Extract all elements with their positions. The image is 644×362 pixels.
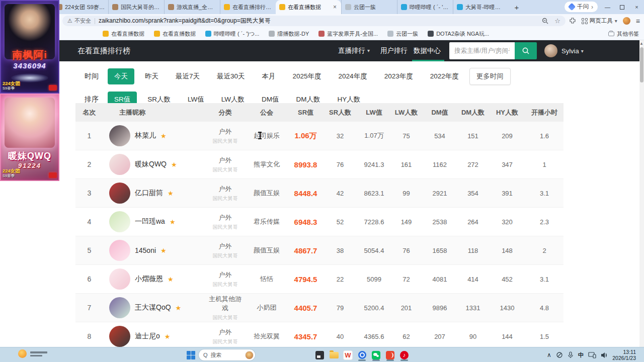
favorite-star-icon[interactable]: ★ [160,247,167,254]
time-filter-option[interactable]: 2022年度 [424,68,465,84]
nav-item-data-center[interactable]: 数据中心 [414,40,441,61]
taskbar-app-orange[interactable] [384,348,396,361]
time-filter-option[interactable]: 2023年度 [378,68,420,84]
favorite-star-icon[interactable]: ★ [176,304,182,312]
column-header[interactable]: 分类 [206,108,244,117]
zoom-search-icon[interactable] [542,18,548,24]
nav-item-user-ranking[interactable]: 用户排行 [380,40,408,61]
taskbar-search[interactable]: Q 搜索 [199,349,255,360]
table-row[interactable]: 2 暖妹QWQ ★ 户外 国民大舅哥 熊掌文化 8993.8 76 9241.3… [75,150,564,179]
site-title[interactable]: 在看直播排行榜 [77,40,130,61]
browser-tab[interactable]: 国民大舅哥的鱼吧-S... × [108,0,164,14]
streamer-name[interactable]: 暖妹QWQ [135,160,167,169]
bookmark-item[interactable]: 在看直播数据 [103,30,144,38]
tray-cast-icon[interactable] [588,352,596,358]
browser-tab[interactable]: 云团一簇 × [341,0,397,14]
table-row[interactable]: 7 王大谋QoQ ★ 主机其他游戏 国民大舅哥 小奶团 4405.7 79 52… [75,294,564,322]
streamer-name[interactable]: 迪士尼o [135,332,160,341]
bookmark-item[interactable]: 在看直播数据 [154,30,196,38]
column-header[interactable]: LW值 [358,108,390,117]
bookmark-item[interactable]: 哔哩哔哩 ( ´- ')つ... [205,30,259,38]
taskbar-app-notepad[interactable] [314,348,326,361]
bookmark-item[interactable]: 擂播数据-DY [269,30,309,38]
taskbar-app-netease[interactable]: ♪ [398,348,410,361]
scroll-up-icon[interactable]: ▲ [639,41,643,46]
streamer-name[interactable]: 小熠薇恩 [135,275,163,284]
tray-microphone-icon[interactable] [568,351,574,358]
streamer-cell[interactable]: 小熠薇恩 ★ [103,268,206,290]
browser-tab[interactable]: 在看直播排行榜 - 实... × [220,0,276,14]
streamer-cell[interactable]: 暖妹QWQ ★ [103,154,206,175]
browser-menu-icon[interactable]: ≡ [636,17,640,25]
browser-tab[interactable]: 哔哩哔哩 ( ´- ')つロ × [397,0,453,14]
window-maximize-button[interactable] [615,0,629,14]
column-header[interactable]: DM值 [423,108,457,117]
tray-dnd-icon[interactable] [556,351,563,358]
promo-card-top[interactable]: 南枫阿i 3436094 224女团 S9赛季 [0,0,59,94]
streamer-avatar[interactable] [109,154,130,175]
time-filter-option[interactable]: 2024年度 [332,68,374,84]
streamer-avatar[interactable] [109,211,130,232]
time-filter-option[interactable]: 昨天 [138,68,165,84]
browser-tab[interactable]: 在看直播数据 × [276,0,341,14]
start-button[interactable] [187,351,195,359]
table-row[interactable]: 4 一凹瑶wa ★ 户外 国民大舅哥 君乐传媒 6948.3 52 7228.6… [75,208,564,236]
streamer-cell[interactable]: 一凹瑶wa ★ [103,211,206,232]
column-header[interactable]: SR人数 [322,108,358,117]
time-filter-option[interactable]: 最近7天 [169,68,206,84]
tab-close-icon[interactable]: × [332,4,338,11]
streamer-avatar[interactable] [109,125,130,146]
taskbar-clock[interactable]: 13:11 2026/1/23 [612,349,636,361]
favorite-star-icon[interactable]: ★ [165,333,171,340]
taskbar-app-browser[interactable] [356,348,368,361]
streamer-avatar[interactable] [109,297,130,318]
new-tab-button[interactable]: + [511,1,523,13]
streamer-name[interactable]: 亿口甜筒 [135,189,163,198]
web-tools-menu[interactable]: 网页工具 ▾ [582,17,617,25]
other-bookmarks-button[interactable]: 其他书签 [608,28,639,40]
time-filter-option[interactable]: 最近30天 [210,68,252,84]
column-header[interactable]: HY人数 [489,108,525,117]
table-row[interactable]: 5 145oni ★ 户外 国民大舅哥 颜值互娱 4867.7 38 5054.… [75,236,564,265]
table-row[interactable]: 3 亿口甜筒 ★ 户外 国民大舅哥 颜值互娱 8448.4 42 8623.1 … [75,179,564,208]
more-time-button[interactable]: 更多时间 [469,68,511,85]
extension-puzzle-icon[interactable] [569,18,576,25]
taskbar-app-wps[interactable]: W [342,348,354,361]
extension-badge[interactable]: 千问 › [565,2,598,12]
table-row[interactable]: 1 林菜儿 ★ 户外 国民大舅哥 起司娱乐 1.06万 32 1.07万 75 … [75,122,564,150]
bookmark-item[interactable]: DOTA2杂谈 NGA玩... [428,30,489,38]
time-filter-option[interactable]: 2025年度 [286,68,328,84]
column-header[interactable]: DM人数 [457,108,489,117]
time-filter-option[interactable]: 今天 [108,68,134,84]
nav-item-live-ranking[interactable]: 直播排行 ▾ [338,40,370,61]
streamer-avatar[interactable] [109,240,130,261]
table-row[interactable]: 6 小熠薇恩 ★ 户外 国民大舅哥 恬恬 4794.5 22 5099 72 4… [75,265,564,294]
address-bar[interactable]: ⚠ 不安全 zaikanzhibo.com/sprank?rank=paidgi… [62,16,566,26]
column-header[interactable]: 主播昵称 [103,108,206,117]
streamer-avatar[interactable] [109,183,130,204]
streamer-name[interactable]: 王大谋QoQ [135,303,171,312]
tray-chevron-up-icon[interactable]: ∧ [547,351,551,358]
column-header[interactable]: 名次 [75,108,103,117]
favorite-star-icon[interactable]: ★ [171,161,177,168]
scrollbar-thumb[interactable] [640,47,643,82]
bookmark-star-icon[interactable]: ☆ [554,17,560,25]
favorite-star-icon[interactable]: ★ [168,276,174,283]
user-menu[interactable]: Sylvia ▾ [544,40,584,61]
favorite-star-icon[interactable]: ★ [160,132,167,140]
extension-monkey-icon[interactable] [623,17,630,25]
security-status[interactable]: ⚠ 不安全 [67,17,91,25]
favorite-star-icon[interactable]: ★ [170,218,176,226]
column-header[interactable]: SR值 [289,108,322,117]
bookmark-item[interactable]: 蓝字发票开具-全国... [318,30,378,38]
taskbar-app-explorer[interactable] [328,348,340,361]
streamer-cell[interactable]: 林菜儿 ★ [103,125,206,146]
column-header[interactable]: 公会 [244,108,289,117]
taskbar-app-wechat[interactable] [370,348,382,361]
bookmark-item[interactable]: 云团一簇 [387,30,418,38]
streamer-cell[interactable]: 145oni ★ [103,240,206,261]
browser-tab[interactable]: 游戏直播_全部游戏直... × [164,0,220,14]
page-scrollbar[interactable]: ▲ [639,40,644,347]
browser-tab[interactable]: 大舅哥-哔哩哔哩_bili... × [453,0,509,14]
streamer-cell[interactable]: 亿口甜筒 ★ [103,183,206,204]
